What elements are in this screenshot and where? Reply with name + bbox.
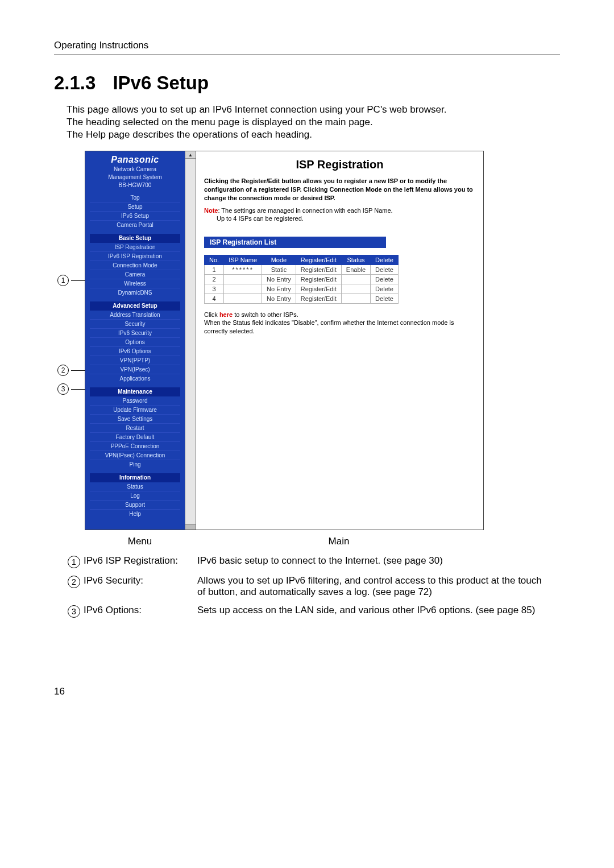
definitions: 1 IPv6 ISP Registration: IPv6 basic setu…	[54, 555, 560, 618]
sidebar-item-camera-portal[interactable]: Camera Portal	[90, 220, 180, 229]
menu-label: Menu	[85, 536, 195, 547]
def-term: IPv6 Options:	[84, 605, 197, 616]
page-blurb: Clicking the Register/Edit button allows…	[204, 177, 475, 202]
main-label: Main	[195, 536, 483, 547]
sidebar-item-status[interactable]: Status	[90, 482, 180, 491]
def-num-icon: 2	[68, 576, 80, 588]
screenshot-wrap: 1 2 3 Panasonic Network Camera Managemen…	[85, 151, 494, 530]
cell-status	[341, 284, 370, 294]
col-isp-name: ISP Name	[224, 255, 262, 264]
page-title: ISP Registration	[204, 158, 475, 171]
callout-1: 1	[57, 275, 88, 286]
col-delete: Delete	[371, 255, 399, 264]
sidebar-item-security[interactable]: Security	[90, 319, 180, 328]
here-link[interactable]: here	[219, 311, 233, 318]
section-number: 2.1.3	[54, 72, 96, 94]
intro-line: This page allows you to set up an IPv6 I…	[54, 104, 560, 115]
intro-block: This page allows you to set up an IPv6 I…	[54, 104, 560, 140]
sidebar-item-ipv6-options[interactable]: IPv6 Options	[90, 346, 180, 356]
table-row: 3 No Entry Register/Edit Delete	[205, 284, 399, 294]
menu-head-basic: Basic Setup	[90, 234, 180, 243]
register-edit-link[interactable]: Register/Edit	[296, 294, 341, 303]
section-name: IPv6 Setup	[113, 72, 209, 93]
sidebar-item-save-settings[interactable]: Save Settings	[90, 414, 180, 423]
note-text: : The settings are managed in connection…	[218, 207, 392, 214]
section-title: 2.1.3IPv6 Setup	[54, 72, 560, 94]
sidebar-item-wireless[interactable]: Wireless	[90, 279, 180, 288]
app-window: Panasonic Network Camera Management Syst…	[85, 151, 484, 530]
splitter-grip-icon[interactable]	[185, 524, 196, 530]
sidebar-item-camera[interactable]: Camera	[90, 270, 180, 279]
callout-num-icon: 3	[57, 383, 69, 395]
cell-no: 4	[205, 294, 224, 303]
switch-isp-hint: Click here to switch to other ISPs. When…	[204, 311, 475, 336]
def-desc: IPv6 basic setup to connect to the Inter…	[197, 555, 560, 567]
delete-link[interactable]: Delete	[371, 264, 399, 274]
isp-list-head: ISP Registration List	[204, 237, 386, 248]
cell-no: 1	[205, 264, 224, 274]
sidebar-item-restart[interactable]: Restart	[90, 423, 180, 432]
menu-top: Top Setup IPv6 Setup Camera Portal	[90, 193, 180, 229]
register-edit-link[interactable]: Register/Edit	[296, 284, 341, 294]
menu-head-information: Information	[90, 473, 180, 482]
sidebar-item-isp-registration[interactable]: ISP Registration	[90, 243, 180, 251]
callout-num-icon: 1	[57, 275, 69, 286]
sidebar-item-vpn-ipsec[interactable]: VPN(IPsec)	[90, 365, 180, 374]
sidebar-item-ipv6-security[interactable]: IPv6 Security	[90, 328, 180, 337]
menu-group-advanced: Advanced Setup Address Translation Secur…	[85, 301, 185, 383]
intro-line: The heading selected on the menu page is…	[54, 117, 560, 128]
under-labels: Menu Main	[85, 536, 483, 547]
sidebar-item-ipv6-isp-registration[interactable]: IPv6 ISP Registration	[90, 251, 180, 261]
register-edit-link[interactable]: Register/Edit	[296, 274, 341, 284]
scroll-track[interactable]	[185, 159, 196, 524]
isp-table: No. ISP Name Mode Register/Edit Status D…	[204, 255, 399, 304]
def-term: IPv6 ISP Registration:	[84, 555, 197, 567]
sidebar-item-factory-default[interactable]: Factory Default	[90, 432, 180, 441]
brand-sub2: Management System	[88, 174, 182, 181]
delete-link[interactable]: Delete	[371, 294, 399, 303]
cell-no: 2	[205, 274, 224, 284]
def-row: 3 IPv6 Options: Sets up access on the LA…	[54, 605, 560, 618]
intro-line: The Help page describes the operations o…	[54, 129, 560, 140]
sidebar: Panasonic Network Camera Management Syst…	[85, 151, 185, 530]
sidebar-item-ping[interactable]: Ping	[90, 460, 180, 469]
sidebar-item-dynamic-dns[interactable]: DynamicDNS	[90, 288, 180, 297]
sidebar-item-vpn-pptp[interactable]: VPN(PPTP)	[90, 356, 180, 365]
col-no: No.	[205, 255, 224, 264]
sidebar-item-setup[interactable]: Setup	[90, 202, 180, 211]
sidebar-item-connection-mode[interactable]: Connection Mode	[90, 261, 180, 270]
brand-model: BB-HGW700	[88, 182, 182, 189]
sidebar-item-ipv6-setup[interactable]: IPv6 Setup	[90, 211, 180, 220]
sidebar-item-address-translation[interactable]: Address Translation	[90, 311, 180, 319]
page-number: 16	[54, 686, 560, 697]
sidebar-item-pppoe-connection[interactable]: PPPoE Connection	[90, 441, 180, 450]
sidebar-item-options[interactable]: Options	[90, 337, 180, 346]
sidebar-item-update-firmware[interactable]: Update Firmware	[90, 405, 180, 414]
col-register: Register/Edit	[296, 255, 341, 264]
delete-link[interactable]: Delete	[371, 274, 399, 284]
sidebar-item-top[interactable]: Top	[90, 193, 180, 202]
table-header-row: No. ISP Name Mode Register/Edit Status D…	[205, 255, 399, 264]
def-row: 1 IPv6 ISP Registration: IPv6 basic setu…	[54, 555, 560, 568]
table-row: 2 No Entry Register/Edit Delete	[205, 274, 399, 284]
page-note-sub: Up to 4 ISPs can be registered.	[217, 215, 475, 222]
cell-name	[224, 284, 262, 294]
register-edit-link[interactable]: Register/Edit	[296, 264, 341, 274]
main-pane: ISP Registration Clicking the Register/E…	[196, 151, 483, 530]
delete-link[interactable]: Delete	[371, 284, 399, 294]
scroll-up-icon[interactable]: ▲	[185, 151, 196, 159]
sidebar-item-help[interactable]: Help	[90, 509, 180, 518]
sidebar-item-vpn-ipsec-connection[interactable]: VPN(IPsec) Connection	[90, 450, 180, 460]
sidebar-item-password[interactable]: Password	[90, 396, 180, 405]
sidebar-item-log[interactable]: Log	[90, 491, 180, 500]
sidebar-item-applications[interactable]: Applications	[90, 374, 180, 383]
menu-head-advanced: Advanced Setup	[90, 301, 180, 311]
cell-mode: No Entry	[262, 274, 296, 284]
hint-post: to switch to other ISPs.	[233, 311, 298, 318]
cell-mode: No Entry	[262, 294, 296, 303]
menu-group-information: Information Status Log Support Help	[85, 473, 185, 518]
def-desc: Sets up access on the LAN side, and vari…	[197, 605, 560, 616]
col-status: Status	[341, 255, 370, 264]
pane-splitter[interactable]: ▲	[185, 151, 196, 530]
sidebar-item-support[interactable]: Support	[90, 500, 180, 509]
